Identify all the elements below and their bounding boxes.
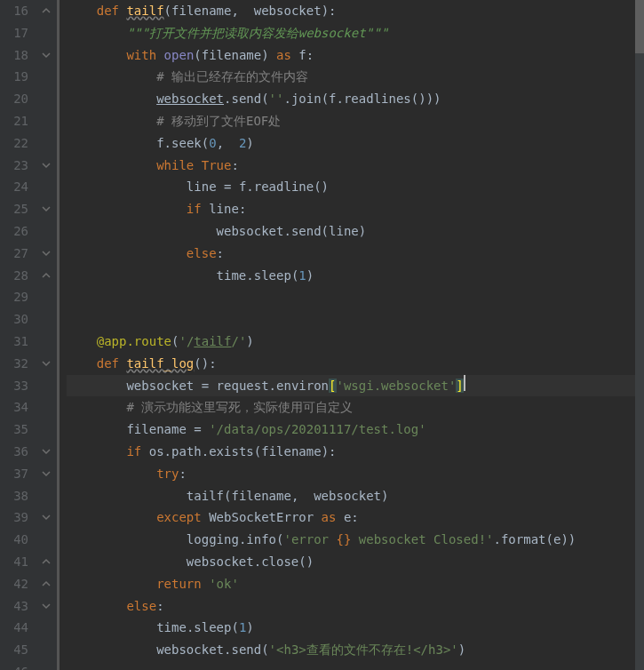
line-number: 16 xyxy=(0,0,28,22)
line-number: 41 xyxy=(0,551,28,573)
code-line[interactable]: """打开文件并把读取内容发给websocket""" xyxy=(67,22,635,44)
code-line[interactable] xyxy=(67,286,635,308)
line-number: 26 xyxy=(0,220,28,243)
code-line[interactable]: logging.info('error {} websocket Closed!… xyxy=(67,529,635,551)
line-number: 46 xyxy=(0,661,28,670)
line-number: 40 xyxy=(0,529,28,551)
vertical-scrollbar[interactable] xyxy=(635,0,644,670)
code-area[interactable]: def tailf(filename, websocket): """打开文件并… xyxy=(60,0,635,670)
line-number: 36 xyxy=(0,441,28,463)
line-number: 45 xyxy=(0,639,28,661)
line-number: 28 xyxy=(0,265,28,287)
fold-marker-down-icon[interactable] xyxy=(41,446,52,457)
scrollbar-thumb[interactable] xyxy=(635,0,644,53)
code-line[interactable]: def tailf(filename, websocket): xyxy=(67,0,635,22)
code-line[interactable]: f.seek(0, 2) xyxy=(67,132,635,155)
code-line[interactable]: try: xyxy=(67,463,635,485)
code-line[interactable]: if os.path.exists(filename): xyxy=(67,441,635,463)
code-line[interactable]: tailf(filename, websocket) xyxy=(67,485,635,507)
line-number: 38 xyxy=(0,485,28,507)
fold-marker-down-icon[interactable] xyxy=(41,601,52,611)
code-line[interactable]: else: xyxy=(67,243,635,265)
line-number: 31 xyxy=(0,331,28,353)
code-line[interactable]: # 输出已经存在的文件内容 xyxy=(67,66,635,88)
code-line[interactable]: @app.route('/tailf/') xyxy=(67,331,635,353)
line-number: 23 xyxy=(0,155,28,177)
line-number: 43 xyxy=(0,595,28,618)
code-line[interactable]: time.sleep(1) xyxy=(67,617,635,639)
code-line[interactable]: websocket = request.environ['wsgi.websoc… xyxy=(67,375,635,397)
line-number: 33 xyxy=(0,375,28,397)
line-number: 29 xyxy=(0,286,28,308)
code-line[interactable] xyxy=(67,308,635,331)
line-number: 17 xyxy=(0,22,28,44)
code-line[interactable]: def tailf_log(): xyxy=(67,353,635,375)
fold-marker-down-icon[interactable] xyxy=(41,50,52,60)
line-number: 27 xyxy=(0,243,28,265)
fn-tailf: tailf xyxy=(126,4,163,18)
line-number: 39 xyxy=(0,506,28,529)
code-line[interactable]: return 'ok' xyxy=(67,573,635,595)
fold-marker-up-icon[interactable] xyxy=(41,270,52,281)
fold-marker-down-icon[interactable] xyxy=(41,468,52,479)
code-line[interactable]: time.sleep(1) xyxy=(67,265,635,287)
fold-marker-down-icon[interactable] xyxy=(41,512,52,522)
line-number: 30 xyxy=(0,308,28,331)
line-number: 19 xyxy=(0,66,28,88)
fn-tailf-log: tailf_log xyxy=(126,356,194,371)
fold-marker-up-icon[interactable] xyxy=(41,5,52,16)
line-number: 20 xyxy=(0,88,28,110)
code-line[interactable]: except WebSocketError as e: xyxy=(67,506,635,529)
code-line[interactable]: if line: xyxy=(67,198,635,220)
code-line[interactable]: websocket.send(line) xyxy=(67,220,635,243)
ref-websocket: websocket xyxy=(156,92,224,106)
fold-column[interactable] xyxy=(37,0,57,670)
fold-marker-up-icon[interactable] xyxy=(41,556,52,567)
line-number: 18 xyxy=(0,44,28,67)
code-line[interactable]: while True: xyxy=(67,155,635,177)
fold-marker-up-icon[interactable] xyxy=(41,578,52,589)
code-line[interactable]: else: xyxy=(67,595,635,618)
line-number: 32 xyxy=(0,353,28,375)
text-cursor xyxy=(464,375,465,391)
line-number-gutter[interactable]: 1617181920212223242526272829303132333435… xyxy=(0,0,37,670)
code-line[interactable]: # 演示功能这里写死，实际使用可自定义 xyxy=(67,396,635,419)
line-number: 22 xyxy=(0,132,28,155)
code-line[interactable]: websocket.send(''.join(f.readlines())) xyxy=(67,88,635,110)
code-line[interactable]: websocket.close() xyxy=(67,551,635,573)
code-line[interactable]: filename = '/data/ops/20201117/test.log' xyxy=(67,419,635,441)
line-number: 42 xyxy=(0,573,28,595)
code-line[interactable] xyxy=(67,661,635,670)
code-line[interactable]: websocket.send('<h3>查看的文件不存在!</h3>') xyxy=(67,639,635,661)
line-number: 37 xyxy=(0,463,28,485)
code-line[interactable]: line = f.readline() xyxy=(67,176,635,198)
fold-marker-down-icon[interactable] xyxy=(41,203,52,214)
code-line[interactable]: # 移动到了文件EOF处 xyxy=(67,110,635,132)
fold-marker-down-icon[interactable] xyxy=(41,160,52,171)
line-number: 21 xyxy=(0,110,28,132)
fold-marker-down-icon[interactable] xyxy=(41,248,52,259)
code-editor[interactable]: 1617181920212223242526272829303132333435… xyxy=(0,0,644,670)
line-number: 25 xyxy=(0,198,28,220)
fold-marker-down-icon[interactable] xyxy=(41,358,52,369)
line-number: 44 xyxy=(0,617,28,639)
line-number: 35 xyxy=(0,419,28,441)
code-line[interactable]: with open(filename) as f: xyxy=(67,44,635,67)
line-number: 34 xyxy=(0,396,28,419)
line-number: 24 xyxy=(0,176,28,198)
